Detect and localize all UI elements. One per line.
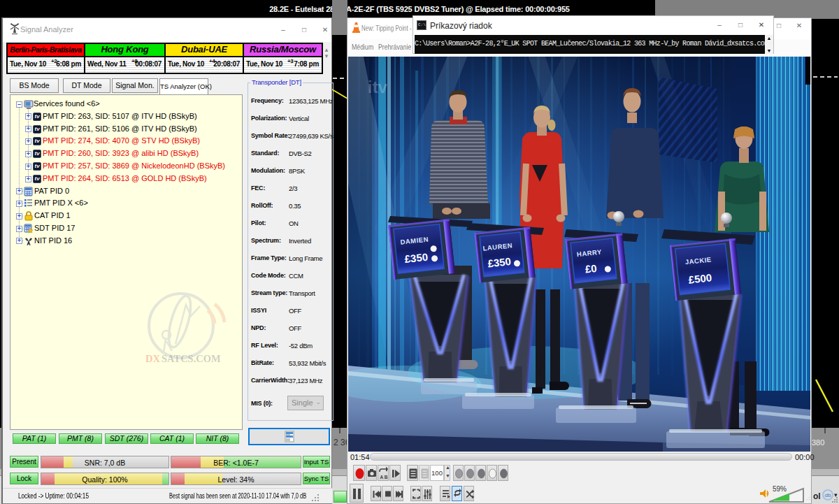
- svg-text:£350: £350: [487, 255, 512, 269]
- svg-text:£500: £500: [688, 271, 712, 285]
- svg-text:£350: £350: [404, 251, 429, 265]
- svg-text:£0: £0: [585, 262, 597, 275]
- svg-text:SATCS.COM: SATCS.COM: [162, 353, 221, 364]
- svg-text:A B: A B: [380, 475, 388, 480]
- svg-text:itv: itv: [368, 78, 388, 96]
- svg-text:DX: DX: [145, 353, 160, 364]
